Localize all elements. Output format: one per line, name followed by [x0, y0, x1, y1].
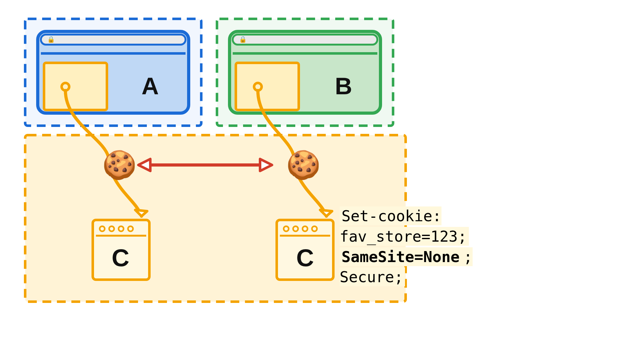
- cookie-icon-right: 🍪: [286, 149, 321, 181]
- cookie-header-line1: Set-cookie: fav_store=123;: [340, 206, 469, 246]
- site-c-right-label: C: [296, 244, 314, 272]
- lock-icon: 🔒: [47, 36, 55, 43]
- site-b-label: B: [335, 72, 352, 100]
- browser-b: 🔒: [230, 31, 380, 113]
- cookie-icon-left: 🍪: [102, 149, 137, 181]
- site-c-left-label: C: [112, 244, 129, 272]
- svg-rect-4: [41, 35, 186, 45]
- cookie-header-samesite: SameSite=None: [340, 247, 462, 266]
- lock-icon: 🔒: [239, 36, 247, 43]
- set-cookie-header: Set-cookie: fav_store=123; SameSite=None…: [340, 206, 528, 287]
- svg-rect-7: [233, 35, 377, 45]
- browser-a: 🔒: [38, 31, 189, 113]
- site-a-label: A: [142, 72, 159, 100]
- iframe-in-b: [236, 63, 299, 110]
- diagram-stage: 🔒 🔒: [25, 19, 528, 308]
- iframe-in-a: [44, 63, 107, 110]
